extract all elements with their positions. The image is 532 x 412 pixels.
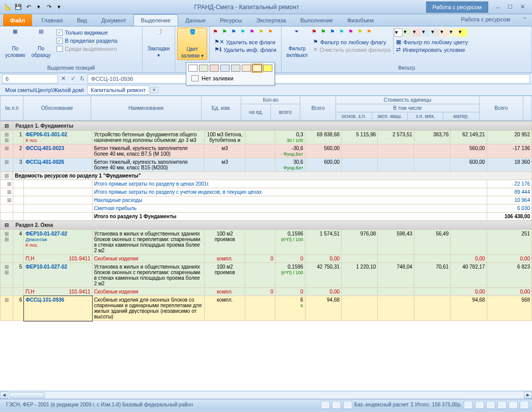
filter-by-any-flag[interactable]: ⚑Фильтр по любому флагу: [312, 38, 392, 46]
table-row[interactable]: ⊞3 ФССЦ-401-0026 Бетон тяжелый, крупност…: [1, 158, 532, 172]
close-icon[interactable]: ✕: [518, 3, 527, 11]
section-1-row[interactable]: ⊟Раздел 1. Фундаменты: [1, 122, 532, 131]
status-icon-7[interactable]: [497, 401, 507, 409]
fx-icon[interactable]: fₓ: [78, 75, 87, 82]
fx-cancel-icon[interactable]: ✕: [59, 75, 68, 82]
tab-main[interactable]: Главная: [34, 14, 70, 26]
col-mater[interactable]: матер.: [443, 112, 479, 121]
by-condition-button[interactable]: ▦ По условию: [2, 27, 29, 59]
flag-green-icon[interactable]: ⚑: [222, 28, 230, 37]
filter-color-3[interactable]: ▾: [413, 28, 421, 37]
section-2-row[interactable]: ⊟Раздел 2. Окна: [1, 221, 532, 230]
breadcrumb-close-icon[interactable]: ✕: [150, 87, 158, 93]
col-unit[interactable]: Ед. изм.: [201, 96, 241, 121]
breadcrumb-path[interactable]: Мои сметы\Центр\Жилой дом\: [2, 86, 87, 94]
total-row[interactable]: Сметная прибыль6 030: [1, 204, 532, 213]
filter-color-4[interactable]: ▾: [422, 28, 430, 37]
status-icon-9[interactable]: [520, 401, 529, 409]
tab-view[interactable]: Вид: [70, 14, 94, 26]
grid-body[interactable]: ⊟Раздел 1. Фундаменты ⊞ ⊞1 ФЕР06-01-001-…: [0, 121, 532, 391]
invert-condition[interactable]: ⇄Инвертировать условие: [395, 46, 469, 53]
fill-color-button[interactable]: 🪣 Цвет заливки ▾: [177, 27, 207, 60]
table-row[interactable]: ⊞2 ФССЦ-401-0023 Бетон тяжелый, крупност…: [1, 144, 532, 158]
swatch-pink[interactable]: [210, 65, 219, 72]
status-icon-5[interactable]: [475, 401, 484, 409]
scroll-left-icon[interactable]: ◀: [0, 392, 8, 399]
horizontal-scrollbar[interactable]: ◀ ▶: [0, 391, 532, 399]
no-fill-option[interactable]: Нет заливки: [188, 74, 272, 83]
col-including[interactable]: В том числе: [336, 104, 479, 112]
col-qty-total[interactable]: всего: [271, 104, 300, 121]
swatch-yellow[interactable]: [263, 65, 272, 72]
status-icon-3[interactable]: [343, 401, 352, 409]
filter-flag-blue-icon[interactable]: ⚑: [330, 28, 338, 37]
resources-row[interactable]: ⊞Ведомость ресурсов по разделу 1 "Фундам…: [1, 172, 532, 180]
total-row[interactable]: ⊞Итого прямые затраты по разделу в ценах…: [1, 180, 532, 188]
redo-icon[interactable]: ↷: [45, 3, 53, 11]
flag-blue-icon[interactable]: ⚑: [231, 28, 239, 37]
col-qty-unit[interactable]: на ед.: [241, 104, 271, 121]
swatch-blue[interactable]: [220, 65, 230, 72]
flag-orange-icon[interactable]: ⚑: [268, 28, 276, 37]
filter-color-7[interactable]: ▾: [450, 28, 458, 37]
filter-flag-magenta-icon[interactable]: ⚑: [348, 28, 356, 37]
col-basis[interactable]: Обоснование: [23, 96, 91, 121]
col-name[interactable]: Наименование: [91, 96, 201, 121]
table-row[interactable]: ⊞ ⊞5 ФЕР10-01-027-02 Установка в жилых и…: [1, 263, 532, 288]
scroll-right-icon[interactable]: ▶: [524, 392, 532, 399]
col-total[interactable]: Всего: [300, 96, 336, 121]
status-icon-4[interactable]: [464, 401, 473, 409]
filter-color-5[interactable]: ▾: [431, 28, 439, 37]
col-qty[interactable]: Кол-во: [241, 96, 300, 104]
scroll-track[interactable]: [8, 392, 524, 399]
total-row[interactable]: ⊞Итого прямые затраты по разделу с учето…: [1, 188, 532, 196]
flag-cyan-icon[interactable]: ⚑: [240, 28, 248, 37]
total-row[interactable]: Итого по разделу 1 Фундаменты106 438,00: [1, 213, 532, 221]
table-row[interactable]: П,Н 101-9411 Скобяные изделия компл. 0 0…: [1, 255, 532, 263]
flag-yellow-icon[interactable]: ⚑: [259, 28, 267, 37]
breadcrumb-active[interactable]: Капитальный ремонт: [87, 85, 149, 95]
tab-expertise[interactable]: Экспертиза: [249, 14, 293, 26]
filter-color-6[interactable]: ▾: [440, 28, 449, 37]
tab-selection[interactable]: Выделение: [133, 14, 178, 26]
minimize-icon[interactable]: –: [493, 3, 502, 11]
status-icon-1[interactable]: [321, 401, 330, 409]
table-row-selected[interactable]: ⊞6 ФССЦ-101-0936 Скобяные изделия для ок…: [1, 296, 532, 321]
tab-document[interactable]: Документ: [94, 14, 133, 26]
filter-flag-orange-icon[interactable]: ⚑: [367, 28, 375, 37]
status-icon-8[interactable]: [509, 401, 518, 409]
formula-input[interactable]: ФССЦ-101-0936: [88, 74, 530, 83]
app-icon[interactable]: 📐: [4, 3, 12, 11]
qat-dropdown-2[interactable]: ▾: [55, 3, 63, 11]
collapse-ribbon-icon[interactable]: ⌃: [517, 14, 532, 26]
flag-magenta-icon[interactable]: ⚑: [249, 28, 258, 37]
swatch-orange[interactable]: [242, 65, 251, 72]
filter-flag-green-icon[interactable]: ⚑: [321, 28, 329, 37]
table-row[interactable]: ⊞ ⊞1 ФЕР06-01-001-02К поз. Устройство бе…: [1, 131, 532, 144]
filter-flag-cyan-icon[interactable]: ⚑: [339, 28, 347, 37]
filter-color-1[interactable]: ▾: [395, 28, 403, 37]
flag-red-icon[interactable]: ⚑: [213, 28, 221, 37]
filter-color-8[interactable]: ▾: [459, 28, 467, 37]
col-num[interactable]: № п.п: [1, 96, 23, 121]
qat-dropdown-1[interactable]: ▾: [35, 3, 43, 11]
table-row[interactable]: П,Н 101-9411 Скобяные изделия компл. 0 0…: [1, 288, 532, 296]
total-row[interactable]: ⊞Накладные расходы10 964: [1, 196, 532, 204]
scroll-thumb[interactable]: [9, 392, 45, 398]
cell-reference[interactable]: 6: [2, 74, 58, 83]
col-mech[interactable]: з.п. мех.: [407, 112, 443, 121]
tab-execution[interactable]: Выполнение: [293, 14, 340, 26]
col-sum[interactable]: Всего: [479, 96, 523, 121]
undo-icon[interactable]: ↶: [24, 3, 33, 11]
status-icon-6[interactable]: [486, 401, 495, 409]
by-sample-button[interactable]: ▤ По образцу: [29, 27, 54, 59]
fx-accept-icon[interactable]: ✓: [69, 75, 77, 82]
status-icon-2[interactable]: [332, 401, 341, 409]
delete-info-flags[interactable]: ⚑ℹУдалить инф. флаги: [213, 46, 278, 53]
table-row[interactable]: ⊞ ⊞4 ФЕР10-01-027-02ДемонтажК поз. Устан…: [1, 230, 532, 255]
tab-data[interactable]: Данные: [178, 14, 213, 26]
visible-only-checkbox[interactable]: ✓Только видимые: [55, 28, 118, 37]
context-tab[interactable]: Работа с ресурсом: [454, 14, 517, 26]
filter-flag-yellow-icon[interactable]: ⚑: [357, 28, 366, 37]
filter-toggle-button[interactable]: ⏷ Фильтр вкл/выкл: [284, 27, 311, 59]
